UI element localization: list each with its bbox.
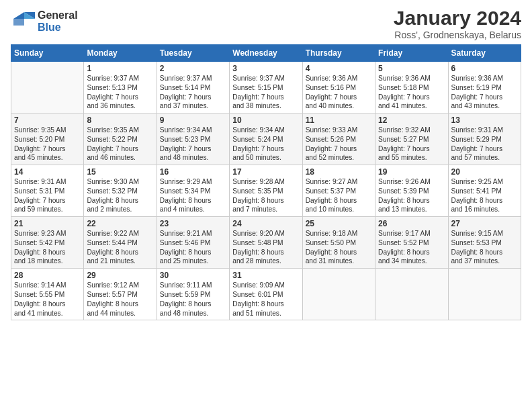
calendar-table: SundayMondayTuesdayWednesdayThursdayFrid… [11,44,521,320]
page: General Blue January 2024 Ross', Grodnen… [0,0,532,411]
calendar-cell: 12Sunrise: 9:32 AM Sunset: 5:27 PM Dayli… [375,113,448,165]
day-info: Sunrise: 9:28 AM Sunset: 5:35 PM Dayligh… [232,177,299,214]
day-info: Sunrise: 9:33 AM Sunset: 5:26 PM Dayligh… [306,126,372,163]
header: General Blue January 2024 Ross', Grodnen… [11,7,521,40]
calendar-day-header: Wednesday [230,45,302,62]
day-number: 21 [14,219,81,228]
calendar-week-row: 28Sunrise: 9:14 AM Sunset: 5:55 PM Dayli… [11,269,521,320]
calendar-cell: 6Sunrise: 9:36 AM Sunset: 5:19 PM Daylig… [448,62,521,113]
day-number: 2 [160,64,226,73]
calendar-cell: 17Sunrise: 9:28 AM Sunset: 5:35 PM Dayli… [230,165,302,217]
day-number: 25 [306,219,372,228]
day-number: 18 [306,167,372,177]
svg-rect-3 [13,19,24,26]
day-info: Sunrise: 9:37 AM Sunset: 5:15 PM Dayligh… [232,74,299,111]
logo: General Blue [11,9,78,34]
calendar-cell: 2Sunrise: 9:37 AM Sunset: 5:14 PM Daylig… [157,62,229,113]
day-number: 22 [87,219,153,228]
logo-blue-text: Blue [38,21,78,34]
day-number: 17 [232,167,299,177]
day-info: Sunrise: 9:23 AM Sunset: 5:42 PM Dayligh… [14,229,81,266]
calendar-cell: 27Sunrise: 9:15 AM Sunset: 5:53 PM Dayli… [448,217,521,269]
calendar-cell: 21Sunrise: 9:23 AM Sunset: 5:42 PM Dayli… [11,217,84,269]
day-info: Sunrise: 9:36 AM Sunset: 5:18 PM Dayligh… [378,74,445,111]
calendar-cell: 14Sunrise: 9:31 AM Sunset: 5:31 PM Dayli… [11,165,84,217]
calendar-cell: 10Sunrise: 9:34 AM Sunset: 5:24 PM Dayli… [230,113,302,165]
day-number: 24 [232,219,299,228]
logo-text: General Blue [38,9,78,33]
calendar-cell: 9Sunrise: 9:34 AM Sunset: 5:23 PM Daylig… [157,113,229,165]
calendar-cell: 7Sunrise: 9:35 AM Sunset: 5:20 PM Daylig… [11,113,84,165]
calendar-cell [375,269,448,320]
day-info: Sunrise: 9:18 AM Sunset: 5:50 PM Dayligh… [306,229,372,266]
day-info: Sunrise: 9:20 AM Sunset: 5:48 PM Dayligh… [232,229,299,266]
calendar-cell: 4Sunrise: 9:36 AM Sunset: 5:16 PM Daylig… [302,62,375,113]
day-info: Sunrise: 9:14 AM Sunset: 5:55 PM Dayligh… [14,281,81,318]
day-number: 12 [378,116,445,125]
calendar-day-header: Friday [375,45,448,62]
calendar-header-row: SundayMondayTuesdayWednesdayThursdayFrid… [11,45,521,62]
calendar-cell: 26Sunrise: 9:17 AM Sunset: 5:52 PM Dayli… [375,217,448,269]
calendar-day-header: Sunday [11,45,84,62]
day-info: Sunrise: 9:15 AM Sunset: 5:53 PM Dayligh… [451,229,518,266]
day-info: Sunrise: 9:34 AM Sunset: 5:24 PM Dayligh… [232,126,299,163]
day-info: Sunrise: 9:17 AM Sunset: 5:52 PM Dayligh… [378,229,445,266]
day-number: 19 [378,167,445,177]
calendar-cell: 29Sunrise: 9:12 AM Sunset: 5:57 PM Dayli… [84,269,157,320]
day-number: 15 [87,167,153,177]
day-info: Sunrise: 9:34 AM Sunset: 5:23 PM Dayligh… [160,126,226,163]
calendar-week-row: 21Sunrise: 9:23 AM Sunset: 5:42 PM Dayli… [11,217,521,269]
calendar-cell [302,269,375,320]
calendar-day-header: Tuesday [157,45,229,62]
day-number: 29 [87,271,153,280]
svg-marker-2 [13,12,24,19]
main-title: January 2024 [394,7,521,30]
calendar-day-header: Saturday [448,45,521,62]
calendar-cell: 18Sunrise: 9:27 AM Sunset: 5:37 PM Dayli… [302,165,375,217]
day-info: Sunrise: 9:31 AM Sunset: 5:29 PM Dayligh… [451,126,518,163]
calendar-cell: 28Sunrise: 9:14 AM Sunset: 5:55 PM Dayli… [11,269,84,320]
calendar-cell: 24Sunrise: 9:20 AM Sunset: 5:48 PM Dayli… [230,217,302,269]
day-info: Sunrise: 9:27 AM Sunset: 5:37 PM Dayligh… [306,177,372,214]
day-number: 27 [451,219,518,228]
logo-icon [11,9,35,34]
calendar-cell [448,269,521,320]
logo-general-text: General [38,9,78,21]
calendar-cell: 31Sunrise: 9:09 AM Sunset: 6:01 PM Dayli… [230,269,302,320]
subtitle: Ross', Grodnenskaya, Belarus [394,30,521,40]
day-info: Sunrise: 9:25 AM Sunset: 5:41 PM Dayligh… [451,177,518,214]
day-number: 11 [306,116,372,125]
day-number: 16 [160,167,226,177]
day-info: Sunrise: 9:22 AM Sunset: 5:44 PM Dayligh… [87,229,153,266]
calendar-cell: 23Sunrise: 9:21 AM Sunset: 5:46 PM Dayli… [157,217,229,269]
calendar-cell: 11Sunrise: 9:33 AM Sunset: 5:26 PM Dayli… [302,113,375,165]
day-info: Sunrise: 9:26 AM Sunset: 5:39 PM Dayligh… [378,177,445,214]
calendar-cell: 30Sunrise: 9:11 AM Sunset: 5:59 PM Dayli… [157,269,229,320]
calendar-week-row: 14Sunrise: 9:31 AM Sunset: 5:31 PM Dayli… [11,165,521,217]
calendar-cell: 20Sunrise: 9:25 AM Sunset: 5:41 PM Dayli… [448,165,521,217]
day-number: 20 [451,167,518,177]
day-info: Sunrise: 9:35 AM Sunset: 5:22 PM Dayligh… [87,126,153,163]
day-info: Sunrise: 9:36 AM Sunset: 5:16 PM Dayligh… [306,74,372,111]
day-info: Sunrise: 9:37 AM Sunset: 5:13 PM Dayligh… [87,74,153,111]
day-number: 28 [14,271,81,280]
day-number: 14 [14,167,81,177]
day-info: Sunrise: 9:32 AM Sunset: 5:27 PM Dayligh… [378,126,445,163]
day-number: 31 [232,271,299,280]
day-number: 8 [87,116,153,125]
day-number: 1 [87,64,153,73]
calendar-cell: 13Sunrise: 9:31 AM Sunset: 5:29 PM Dayli… [448,113,521,165]
calendar-cell: 5Sunrise: 9:36 AM Sunset: 5:18 PM Daylig… [375,62,448,113]
day-number: 13 [451,116,518,125]
day-info: Sunrise: 9:35 AM Sunset: 5:20 PM Dayligh… [14,126,81,163]
day-info: Sunrise: 9:36 AM Sunset: 5:19 PM Dayligh… [451,74,518,111]
calendar-cell: 22Sunrise: 9:22 AM Sunset: 5:44 PM Dayli… [84,217,157,269]
calendar-cell: 8Sunrise: 9:35 AM Sunset: 5:22 PM Daylig… [84,113,157,165]
day-info: Sunrise: 9:29 AM Sunset: 5:34 PM Dayligh… [160,177,226,214]
day-info: Sunrise: 9:09 AM Sunset: 6:01 PM Dayligh… [232,281,299,318]
day-number: 10 [232,116,299,125]
calendar-cell [11,62,84,113]
calendar-cell: 1Sunrise: 9:37 AM Sunset: 5:13 PM Daylig… [84,62,157,113]
calendar-cell: 25Sunrise: 9:18 AM Sunset: 5:50 PM Dayli… [302,217,375,269]
day-number: 9 [160,116,226,125]
